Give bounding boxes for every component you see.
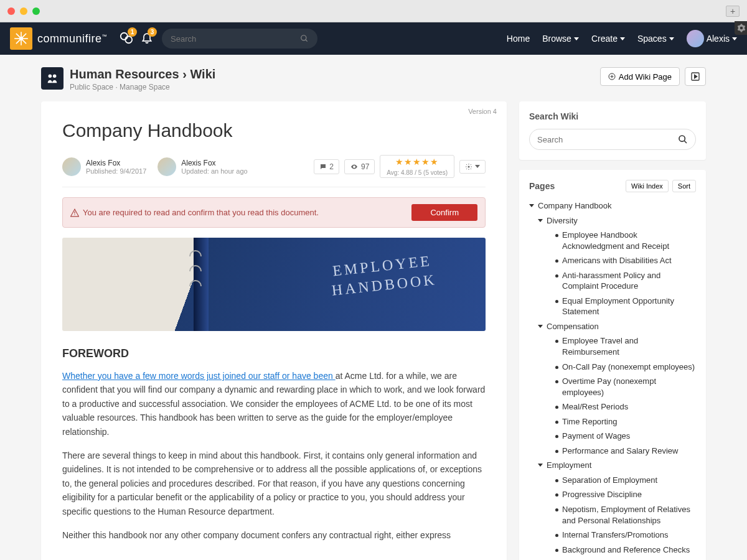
tree-page[interactable]: Separation of Employment bbox=[555, 473, 696, 488]
bell-icon[interactable]: 3 bbox=[141, 31, 153, 47]
play-box-icon bbox=[690, 72, 700, 82]
tree-page[interactable]: Payment of Wages bbox=[555, 429, 696, 444]
pages-tree: Company HandbookDiversityEmployee Handbo… bbox=[529, 198, 696, 560]
comments-count[interactable]: 2 bbox=[314, 159, 339, 174]
nav-create[interactable]: Create bbox=[591, 34, 625, 44]
plus-icon bbox=[608, 73, 616, 80]
global-search[interactable] bbox=[162, 29, 317, 49]
pages-title: Pages bbox=[529, 181, 555, 191]
chat-icon[interactable]: 1 bbox=[120, 31, 133, 47]
bullet-icon bbox=[555, 479, 558, 482]
tree-page[interactable]: Meal/Rest Periods bbox=[555, 399, 696, 414]
user-menu[interactable]: Alexis bbox=[687, 30, 737, 47]
rating-box[interactable]: ★★★★★ Avg: 4.88 / 5 (5 votes) bbox=[380, 155, 454, 178]
foreword-heading: FOREWORD bbox=[62, 347, 486, 360]
page-header: Human Resources › Wiki Public Space · Ma… bbox=[41, 67, 706, 91]
bullet-icon bbox=[555, 534, 558, 537]
manage-space-link[interactable]: Manage Space bbox=[120, 83, 170, 91]
bullet-icon bbox=[555, 421, 558, 424]
bullet-icon bbox=[555, 549, 558, 552]
bullet-icon bbox=[555, 300, 558, 303]
tree-page[interactable]: Performance and Salary Review bbox=[555, 444, 696, 459]
tree-root-item[interactable]: Company Handbook bbox=[529, 198, 696, 213]
tree-page[interactable]: Time Reporting bbox=[555, 414, 696, 429]
hero-image: EMPLOYEEHANDBOOK bbox=[62, 238, 486, 331]
bullet-icon bbox=[555, 259, 558, 263]
tree-section[interactable]: Diversity bbox=[538, 213, 696, 228]
version-label: Version 4 bbox=[468, 108, 497, 115]
svg-point-6 bbox=[125, 36, 132, 43]
gear-icon bbox=[465, 163, 472, 170]
content-card: Version 4 Company Handbook Alexis Fox Pu… bbox=[41, 101, 507, 560]
search-wiki-card: Search Wiki bbox=[519, 101, 706, 160]
avatar bbox=[687, 30, 704, 47]
bullet-icon bbox=[555, 406, 558, 409]
add-wiki-page-button[interactable]: Add Wiki Page bbox=[600, 67, 680, 86]
nav-browse[interactable]: Browse bbox=[542, 34, 579, 44]
svg-line-8 bbox=[306, 40, 308, 42]
tree-section[interactable]: Employment bbox=[538, 458, 696, 473]
tree-page[interactable]: Employee Handbook Acknowledgment and Rec… bbox=[555, 228, 696, 253]
author-published[interactable]: Alexis Fox Published: 9/4/2017 bbox=[62, 157, 146, 176]
bullet-icon bbox=[555, 493, 558, 497]
chevron-down-icon bbox=[669, 37, 674, 40]
chevron-down-icon bbox=[475, 165, 480, 168]
read-confirm-alert: You are required to read and confirm tha… bbox=[62, 197, 486, 228]
tree-page[interactable]: Equal Employment Opportunity Statement bbox=[555, 294, 696, 319]
browser-chrome: + bbox=[0, 0, 747, 22]
bullet-icon bbox=[555, 274, 558, 278]
wiki-search-input[interactable] bbox=[537, 135, 678, 144]
bullet-icon bbox=[555, 380, 558, 383]
star-rating: ★★★★★ bbox=[395, 157, 439, 167]
gear-icon[interactable] bbox=[735, 21, 747, 35]
tree-page[interactable]: Employee Travel and Reimbursement bbox=[555, 334, 696, 359]
tree-page[interactable]: On-Call Pay (nonexempt employees) bbox=[555, 360, 696, 375]
new-tab-button[interactable]: + bbox=[726, 6, 740, 17]
avatar bbox=[157, 157, 176, 176]
sort-button[interactable]: Sort bbox=[672, 180, 696, 192]
tree-page[interactable]: Employee Classification Categories bbox=[555, 557, 696, 560]
window-close[interactable] bbox=[7, 7, 15, 15]
svg-point-16 bbox=[468, 166, 470, 167]
brand-name: communifire™ bbox=[37, 32, 107, 45]
more-options-button[interactable] bbox=[459, 160, 486, 174]
bullet-icon bbox=[555, 340, 558, 343]
foreword-link[interactable]: Whether you have a few more words just j… bbox=[62, 371, 336, 381]
chevron-down-icon bbox=[620, 37, 625, 40]
tree-page[interactable]: Internal Transfers/Promotions bbox=[555, 528, 696, 543]
space-icon[interactable] bbox=[41, 67, 63, 90]
wiki-index-button[interactable]: Wiki Index bbox=[626, 180, 669, 192]
chevron-down-icon bbox=[732, 37, 737, 40]
author-updated[interactable]: Alexis Fox Updated: an hour ago bbox=[157, 157, 247, 176]
pages-card: Pages Wiki Index Sort Company HandbookDi… bbox=[519, 170, 706, 560]
breadcrumb: Human Resources › Wiki bbox=[70, 67, 215, 82]
wiki-search[interactable] bbox=[529, 129, 696, 150]
nav-spaces[interactable]: Spaces bbox=[637, 34, 674, 44]
tree-page[interactable]: Nepotism, Employment of Relatives and Pe… bbox=[555, 502, 696, 528]
tree-page[interactable]: Progressive Discipline bbox=[555, 487, 696, 502]
tree-section[interactable]: Compensation bbox=[538, 319, 696, 334]
window-zoom[interactable] bbox=[32, 7, 40, 15]
window-minimize[interactable] bbox=[20, 7, 27, 15]
expand-button[interactable] bbox=[685, 67, 706, 86]
caret-icon bbox=[538, 219, 543, 222]
comment-icon bbox=[319, 163, 327, 170]
svg-point-10 bbox=[53, 75, 57, 78]
tree-page[interactable]: Overtime Pay (nonexempt employees) bbox=[555, 374, 696, 399]
caret-icon bbox=[529, 204, 534, 207]
bell-badge: 3 bbox=[148, 27, 157, 37]
bullet-icon bbox=[555, 366, 558, 369]
search-input[interactable] bbox=[171, 34, 300, 44]
tree-page[interactable]: Americans with Disabilities Act bbox=[555, 253, 696, 268]
svg-point-17 bbox=[679, 136, 685, 141]
logo-icon[interactable] bbox=[10, 27, 32, 50]
tree-page[interactable]: Background and Reference Checks bbox=[555, 543, 696, 558]
bullet-icon bbox=[555, 435, 558, 438]
paragraph: There are several things to keep in mind… bbox=[62, 449, 486, 518]
nav-home[interactable]: Home bbox=[507, 34, 530, 44]
confirm-button[interactable]: Confirm bbox=[411, 204, 477, 221]
svg-point-5 bbox=[121, 32, 128, 39]
eye-icon bbox=[350, 163, 359, 170]
tree-page[interactable]: Anti-harassment Policy and Complaint Pro… bbox=[555, 268, 696, 294]
svg-point-7 bbox=[301, 35, 306, 40]
